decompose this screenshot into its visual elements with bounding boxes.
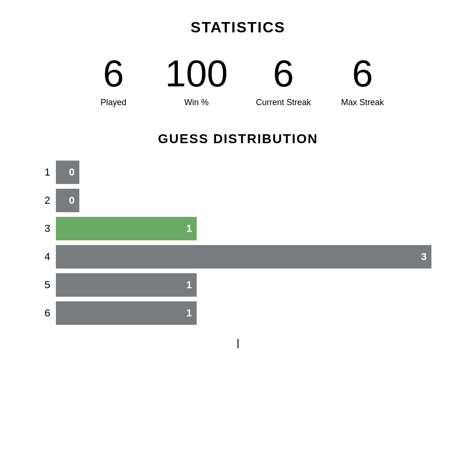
page-title: STATISTICS: [191, 19, 285, 36]
dist-row: 61: [36, 301, 440, 325]
distribution-title: GUESS DISTRIBUTION: [158, 131, 318, 146]
stat-item: 6Current Streak: [256, 55, 311, 108]
stat-label: Win %: [184, 97, 208, 108]
stat-value: 100: [165, 55, 228, 92]
dist-bar: 1: [56, 301, 197, 325]
stat-label: Max Streak: [341, 97, 384, 108]
dist-bar-value: 0: [69, 166, 75, 178]
dist-row: 10: [36, 161, 440, 184]
dist-row: 51: [36, 273, 440, 297]
stat-value: 6: [103, 55, 124, 92]
dist-bar-container: 1: [56, 217, 440, 240]
divider: [238, 339, 238, 348]
dist-bar: 3: [56, 245, 431, 269]
stat-label: Current Streak: [256, 97, 311, 108]
dist-bar: 1: [56, 273, 197, 297]
dist-label: 3: [36, 223, 50, 235]
dist-bar-value: 1: [186, 279, 192, 291]
stat-item: 6Max Streak: [339, 55, 386, 108]
dist-bar: 0: [56, 161, 79, 184]
dist-label: 2: [36, 194, 50, 207]
dist-label: 1: [36, 166, 50, 178]
dist-bar-value: 1: [186, 307, 192, 319]
dist-bar-container: 0: [56, 161, 440, 184]
dist-bar: 0: [56, 189, 79, 212]
dist-bar-value: 3: [421, 251, 427, 263]
dist-bar-container: 1: [56, 273, 440, 297]
dist-row: 20: [36, 189, 440, 212]
stat-item: 6Played: [90, 55, 137, 108]
stat-item: 100Win %: [165, 55, 228, 108]
dist-bar-value: 0: [69, 194, 75, 207]
dist-row: 31: [36, 217, 440, 240]
dist-bar: 1: [56, 217, 197, 240]
dist-label: 6: [36, 307, 50, 319]
dist-bar-container: 1: [56, 301, 440, 325]
dist-bar-container: 0: [56, 189, 440, 212]
dist-label: 4: [36, 251, 50, 263]
stat-label: Played: [100, 97, 126, 108]
stat-value: 6: [273, 55, 294, 92]
stats-row: 6Played100Win %6Current Streak6Max Strea…: [90, 55, 386, 108]
stat-value: 6: [352, 55, 373, 92]
dist-label: 5: [36, 279, 50, 291]
distribution-container: 102031435161: [36, 161, 440, 325]
dist-bar-value: 1: [186, 223, 192, 235]
dist-bar-container: 3: [56, 245, 440, 269]
dist-row: 43: [36, 245, 440, 269]
